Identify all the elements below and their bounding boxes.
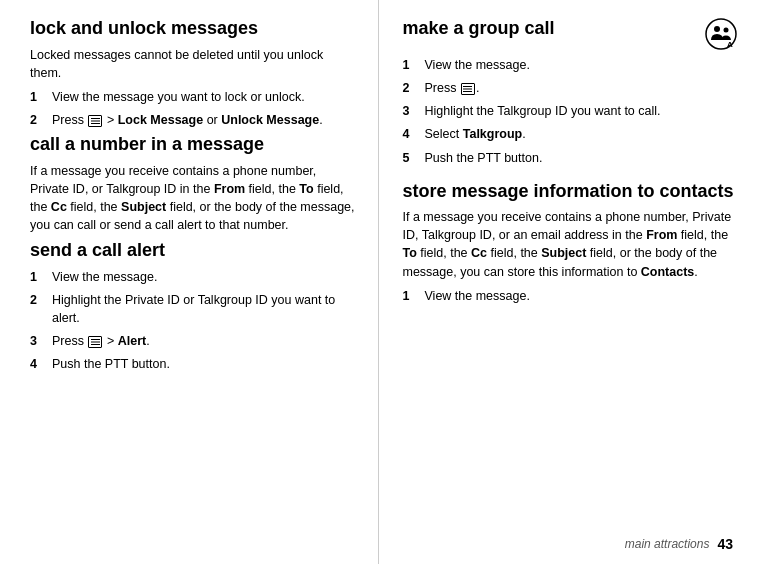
menu-icon-lock <box>88 115 102 127</box>
lock-step-1: 1 View the message you want to lock or u… <box>30 88 358 106</box>
group-call-title: make a group call <box>403 18 555 40</box>
store-info-body: If a message you receive contains a phon… <box>403 208 738 281</box>
group-step-4: 4 Select Talkgroup. <box>403 125 738 143</box>
call-number-body: If a message you receive contains a phon… <box>30 162 358 235</box>
svg-point-2 <box>724 28 729 33</box>
group-step-1: 1 View the message. <box>403 56 738 74</box>
lock-step-1-text: View the message you want to lock or unl… <box>52 88 358 106</box>
group-call-icon: A <box>705 18 737 50</box>
menu-icon-alert <box>88 336 102 348</box>
group-call-header: make a group call A <box>403 18 738 50</box>
group-step-2: 2 Press . <box>403 79 738 97</box>
svg-text:A: A <box>727 40 733 49</box>
send-alert-title: send a call alert <box>30 240 358 262</box>
store-step-1: 1 View the message. <box>403 287 738 305</box>
lock-unlock-title: lock and unlock messages <box>30 18 358 40</box>
lock-step-2: 2 Press > Lock Message or Unlock Message… <box>30 111 358 129</box>
svg-point-1 <box>714 26 720 32</box>
call-number-title: call a number in a message <box>30 134 358 156</box>
store-info-title: store message information to contacts <box>403 181 738 203</box>
page-footer: main attractions 43 <box>625 536 733 552</box>
group-step-5: 5 Push the PTT button. <box>403 149 738 167</box>
right-column: make a group call A 1 View the message. <box>379 0 758 564</box>
group-step-3: 3 Highlight the Talkgroup ID you want to… <box>403 102 738 120</box>
footer-label: main attractions <box>625 537 710 551</box>
alert-step-1: 1 View the message. <box>30 268 358 286</box>
alert-step-4: 4 Push the PTT button. <box>30 355 358 373</box>
menu-icon-group <box>461 83 475 95</box>
lock-unlock-intro: Locked messages cannot be deleted until … <box>30 46 358 82</box>
page-number: 43 <box>717 536 733 552</box>
alert-step-2: 2 Highlight the Private ID or Talkgroup … <box>30 291 358 327</box>
alert-step-3: 3 Press > Alert. <box>30 332 358 350</box>
left-column: lock and unlock messages Locked messages… <box>0 0 379 564</box>
